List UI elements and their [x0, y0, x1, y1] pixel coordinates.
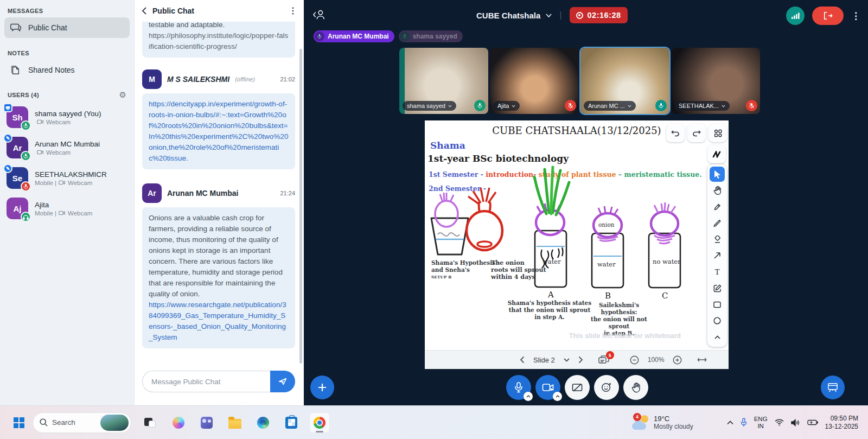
sidebar-item-public-chat[interactable]: Public Chat	[4, 17, 130, 38]
clock-widget[interactable]: 09:50 PM 13-12-2025	[825, 415, 858, 431]
stop-webcam-button[interactable]	[535, 375, 560, 400]
chat-message-input[interactable]	[142, 371, 270, 392]
ellipse-tool[interactable]	[710, 313, 725, 328]
meeting-title[interactable]: CUBE Chatshala	[476, 11, 540, 20]
talking-indicator-active[interactable]: Arunan MC Mumbai	[314, 30, 394, 42]
wifi-icon[interactable]	[775, 419, 784, 426]
user-list-item[interactable]: Sh shama sayyed (You) Webcam	[0, 102, 134, 132]
copilot-icon[interactable]	[168, 412, 189, 433]
message-link[interactable]: https://philosophy.institute/logic/poppe…	[149, 31, 288, 50]
recording-timer: 02:16:28	[588, 11, 621, 20]
webcam-name-tag[interactable]: shama sayyed	[403, 101, 456, 111]
jar-b-onion-label: onion	[598, 221, 615, 228]
chat-options-kebab-icon[interactable]: ⋮	[289, 7, 297, 15]
zoom-out-button[interactable]	[630, 355, 639, 365]
file-explorer-icon[interactable]	[225, 412, 245, 433]
reactions-button[interactable]	[594, 375, 619, 400]
webcam-mic-muted-icon	[746, 100, 757, 111]
user-device: Webcam	[35, 119, 101, 125]
arrow-tool[interactable]	[710, 248, 725, 263]
mute-microphone-button[interactable]	[506, 375, 531, 400]
webcam-tile[interactable]: Ajita	[490, 48, 579, 114]
tray-microphone-icon[interactable]	[741, 418, 747, 427]
webcam-name-tag[interactable]: Ajita	[493, 101, 520, 111]
user-name: Ajita	[35, 201, 92, 209]
connection-status-button[interactable]	[786, 7, 805, 25]
webcam-tile[interactable]: SEETHALAK...	[671, 48, 760, 114]
options-kebab-icon[interactable]: ⋮	[851, 10, 860, 22]
back-chevron-icon[interactable]	[141, 7, 147, 15]
toggle-user-list-icon[interactable]	[312, 9, 327, 21]
shapes-menu-button[interactable]	[709, 124, 727, 142]
actions-plus-button[interactable]	[310, 376, 334, 399]
rectangle-tool[interactable]	[710, 297, 725, 312]
sidebar-item-label: Public Chat	[28, 23, 67, 32]
previous-slide-button[interactable]	[520, 356, 525, 364]
chevron-down-icon[interactable]	[546, 14, 552, 17]
user-list-item[interactable]: Ar ✎ Arunan MC Mumbai Webcam	[0, 132, 134, 163]
webcam-name-tag[interactable]: Arunan MC ...	[584, 101, 636, 111]
tray-chevron-up-icon[interactable]	[727, 421, 733, 425]
mic-options-chevron[interactable]	[524, 392, 533, 401]
messages-section-label: MESSAGES	[8, 8, 134, 14]
presentation-board: CUBE CHATSHAALA(13/12/2025) Shama 1st-ye…	[425, 120, 729, 369]
user-device: Mobile |Webcam	[35, 180, 107, 186]
raised-hand-icon	[631, 383, 641, 393]
talking-indicator-idle[interactable]: shama sayyed	[399, 30, 463, 42]
redo-button[interactable]	[687, 124, 706, 142]
webcam-options-chevron[interactable]	[553, 392, 562, 401]
fit-to-width-button[interactable]	[697, 357, 707, 362]
webcam-tile[interactable]: shama sayyed	[399, 48, 488, 114]
raise-hand-button[interactable]	[623, 375, 648, 400]
chat-scrollbar[interactable]	[299, 49, 302, 364]
quick-draw-button[interactable]	[707, 145, 726, 163]
signal-bars-icon	[791, 12, 800, 20]
message-link[interactable]: https://www.researchgate.net/publication…	[149, 301, 286, 341]
whiteboard-canvas[interactable]: CUBE CHATSHAALA(13/12/2025) Shama 1st-ye…	[425, 120, 729, 350]
language-indicator[interactable]: ENGIN	[754, 416, 768, 430]
next-slide-button[interactable]	[578, 356, 583, 364]
slide-list-chevron-icon[interactable]	[564, 358, 570, 362]
weather-widget[interactable]: 4 19°C Mostly cloudy	[632, 415, 693, 430]
slides-overview-button[interactable]: 5	[598, 355, 609, 364]
leave-meeting-button[interactable]	[812, 7, 844, 25]
zoom-in-button[interactable]	[673, 355, 682, 365]
manage-users-gear-icon[interactable]: ⚙	[119, 90, 126, 100]
minimize-presentation-button[interactable]	[821, 376, 845, 399]
eraser-tool[interactable]	[710, 232, 725, 247]
message-time: 21:24	[280, 190, 295, 196]
search-daily-image[interactable]	[100, 415, 129, 431]
send-icon	[278, 377, 288, 386]
microphone-icon	[514, 382, 523, 393]
webcam-name-tag[interactable]: SEETHALAK...	[674, 101, 730, 111]
mic-icon	[315, 31, 324, 41]
taskbar-search[interactable]: Search	[33, 412, 131, 433]
task-view-icon[interactable]	[140, 412, 161, 433]
chat-message-list[interactable]: testable and adaptable. https://philosop…	[142, 22, 295, 371]
message-link[interactable]: https://dencityapp.in/experiment/growth-…	[149, 100, 288, 162]
sidebar-item-shared-notes[interactable]: Shared Notes	[4, 60, 130, 80]
undo-button[interactable]	[666, 124, 685, 142]
teams-icon[interactable]	[196, 412, 217, 433]
user-list-item[interactable]: Aj Ajita Mobile |Webcam	[0, 193, 134, 224]
user-list-item[interactable]: Se ✎ SEETHALAKSHMICR Mobile |Webcam	[0, 163, 134, 193]
battery-icon[interactable]	[807, 419, 818, 425]
chrome-icon-active[interactable]	[309, 412, 330, 433]
recording-indicator[interactable]: 02:16:28	[570, 7, 628, 23]
jar-b-letter: B	[605, 291, 611, 301]
message-sender: M S SAILEKSHMI	[167, 75, 229, 84]
microsoft-store-icon[interactable]	[281, 412, 302, 433]
speaker-icon[interactable]	[791, 419, 800, 427]
send-message-button[interactable]	[270, 371, 295, 392]
start-button[interactable]	[11, 415, 27, 431]
pencil-tool[interactable]	[710, 215, 725, 231]
highlighter-tool[interactable]	[710, 199, 725, 214]
note-tool[interactable]	[710, 281, 725, 296]
edge-icon[interactable]	[253, 412, 273, 433]
pan-hand-tool[interactable]	[710, 183, 725, 198]
select-tool[interactable]	[710, 167, 725, 182]
text-tool[interactable]: T	[710, 264, 725, 279]
webcam-tile-active-speaker[interactable]: Arunan MC ...	[580, 48, 669, 114]
more-tools-chevron-icon[interactable]	[710, 329, 725, 345]
screen-share-button[interactable]	[565, 375, 590, 400]
